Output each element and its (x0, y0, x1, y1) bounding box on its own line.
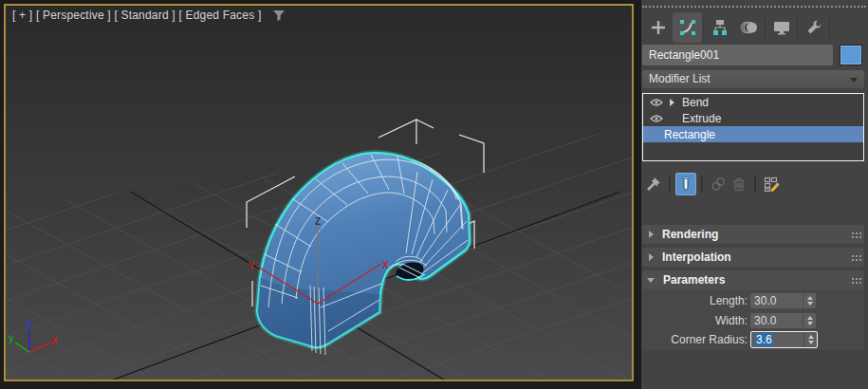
corner-radius-spinner[interactable]: 3.6 (750, 331, 818, 348)
rollout-grip-icon[interactable] (852, 232, 854, 234)
command-panel-tabs (643, 11, 831, 44)
gizmo-y-label: Y (249, 261, 255, 271)
tool-separator (701, 176, 703, 193)
command-panel: Rectangle001 Modifier List Bend Extrude (641, 0, 868, 389)
tab-create[interactable] (643, 12, 673, 43)
tab-utilities[interactable] (799, 12, 828, 43)
spinner-arrows[interactable] (803, 313, 816, 328)
width-param-row: Width: 30.0 (642, 312, 864, 329)
tab-modify[interactable] (673, 12, 702, 43)
tab-separator (765, 17, 766, 38)
rollout-interpolation[interactable]: Interpolation (642, 248, 864, 267)
display-icon (772, 19, 791, 36)
corner-radius-value[interactable]: 3.6 (751, 333, 803, 346)
expanded-arrow-icon (647, 278, 655, 283)
funnel-icon[interactable] (272, 9, 286, 22)
stack-item-bend[interactable]: Bend (643, 94, 863, 110)
stack-item-label[interactable]: Rectangle (664, 128, 715, 141)
chevron-down-icon (850, 78, 858, 83)
length-param-row: Length: 30.0 (642, 292, 864, 309)
modifier-stack[interactable]: Bend Extrude Rectangle (642, 93, 864, 161)
width-value[interactable]: 30.0 (750, 314, 803, 327)
viewport-label[interactable]: [ + ] [ Perspective ] [ Standard ] [ Edg… (12, 9, 261, 22)
3ds-max-window: [ + ] [ Perspective ] [ Standard ] [ Edg… (0, 0, 868, 389)
length-value[interactable]: 30.0 (750, 294, 803, 307)
visibility-eye-icon[interactable] (650, 114, 663, 123)
tab-display[interactable] (766, 12, 796, 43)
width-spinner[interactable]: 30.0 (750, 313, 816, 328)
modifier-list-label: Modifier List (649, 72, 711, 85)
collapsed-arrow-icon (649, 253, 654, 261)
create-icon (650, 19, 667, 36)
tab-hierarchy[interactable] (705, 12, 734, 43)
stack-item-label[interactable]: Extrude (682, 112, 721, 125)
length-spinner[interactable]: 30.0 (750, 293, 816, 308)
rollout-title: Rendering (662, 228, 718, 241)
tab-motion[interactable] (734, 12, 764, 43)
make-unique-button[interactable] (708, 173, 729, 195)
motion-icon (740, 19, 759, 36)
configure-modifier-sets-button[interactable] (761, 173, 782, 195)
rollout-parameters[interactable]: Parameters (642, 270, 864, 289)
viewport-3d-scene[interactable]: Z Y X Z X y (6, 6, 632, 380)
collapsed-arrow-icon (649, 231, 654, 238)
spinner-arrows[interactable] (803, 293, 816, 308)
tool-separator (754, 176, 756, 193)
rollout-grip-icon[interactable] (852, 278, 854, 280)
rollout-grip-icon[interactable] (852, 255, 854, 257)
make-unique-icon (711, 176, 727, 192)
corner-radius-param-row: Corner Radius: 3.6 (642, 331, 864, 348)
spinner-arrows[interactable] (803, 332, 817, 347)
viewport-label-bar[interactable]: [ + ] [ Perspective ] [ Standard ] [ Edg… (12, 9, 286, 22)
world-y-label: y (9, 333, 14, 343)
modify-icon (679, 19, 696, 36)
stack-item-rectangle[interactable]: Rectangle (643, 126, 863, 142)
wirecolor-swatch[interactable] (840, 45, 862, 65)
configure-modifier-sets-icon (764, 176, 780, 192)
gizmo-x-label: X (382, 260, 389, 270)
pin-stack-icon (646, 176, 661, 192)
modifier-stack-tools (643, 172, 782, 196)
stack-item-extrude[interactable]: Extrude (643, 110, 863, 126)
show-end-result-icon (679, 176, 693, 192)
pin-stack-button[interactable] (643, 173, 664, 195)
rollout-title: Interpolation (662, 250, 731, 264)
tab-separator (797, 17, 798, 38)
object-name-row: Rectangle001 (642, 45, 867, 65)
object-name-input[interactable]: Rectangle001 (642, 45, 833, 65)
show-end-result-button[interactable] (675, 173, 696, 195)
length-label: Length: (642, 294, 748, 307)
panel-drag-grip[interactable] (642, 6, 866, 8)
tab-separator (703, 17, 704, 38)
expand-arrow-icon[interactable] (670, 99, 674, 106)
world-z-label: Z (26, 319, 31, 329)
tab-separator (829, 17, 830, 38)
parameters-rollout-body: Length: 30.0 Width: 30.0 Corner Radius: … (642, 289, 864, 350)
modifier-list-dropdown[interactable]: Modifier List (642, 70, 864, 88)
world-x-label: X (51, 336, 58, 346)
rollout-rendering[interactable]: Rendering (642, 225, 864, 244)
gizmo-z-label: Z (315, 216, 321, 227)
rollout-title: Parameters (663, 273, 725, 287)
remove-modifier-button[interactable] (729, 173, 749, 195)
visibility-eye-icon[interactable] (650, 98, 663, 107)
remove-modifier-icon (732, 176, 746, 192)
stack-item-label[interactable]: Bend (682, 96, 709, 109)
tool-separator (669, 176, 671, 193)
hierarchy-icon (711, 19, 729, 36)
utilities-icon (805, 19, 822, 36)
width-label: Width: (642, 314, 748, 327)
corner-radius-label: Corner Radius: (642, 333, 748, 346)
perspective-viewport[interactable]: [ + ] [ Perspective ] [ Standard ] [ Edg… (4, 4, 634, 381)
